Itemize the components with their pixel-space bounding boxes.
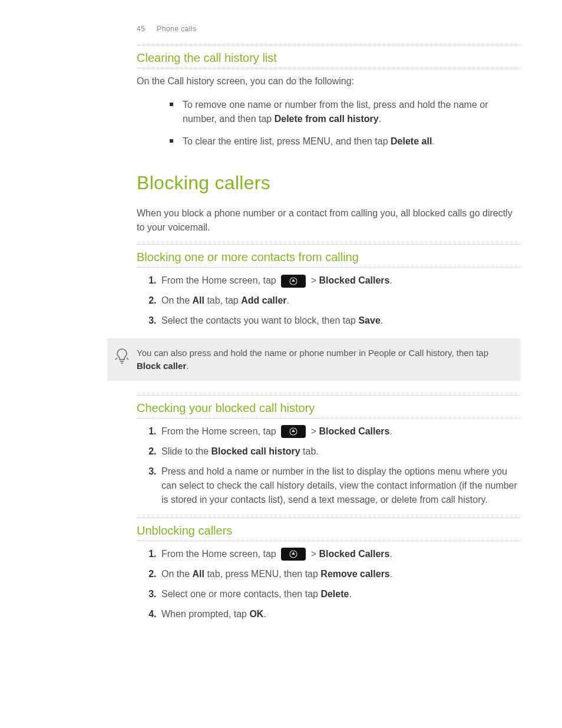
- apps-icon: [281, 425, 306, 438]
- step-item: From the Home screen, tap > Blocked Call…: [159, 547, 521, 561]
- step-item: From the Home screen, tap > Blocked Call…: [159, 274, 521, 288]
- subheading-blocking-contacts: Blocking one or more contacts from calli…: [137, 249, 521, 265]
- apps-icon: [281, 548, 306, 561]
- subheading-checking: Checking your blocked call history: [137, 400, 521, 416]
- clearing-intro: On the Call history screen, you can do t…: [137, 74, 521, 88]
- divider: [137, 244, 521, 245]
- divider: [137, 518, 521, 518]
- step-item: On the All tab, tap Add caller.: [159, 294, 521, 308]
- content-column: 45 Phone calls Clearing the call history…: [137, 24, 521, 621]
- step-item: When prompted, tap OK.: [159, 607, 521, 621]
- lightbulb-icon: [115, 348, 129, 370]
- step-item: Select one or more contacts, then tap De…: [159, 587, 521, 601]
- svg-line-4: [127, 358, 128, 360]
- step-item: Press and hold a name or number in the l…: [159, 465, 521, 507]
- unblocking-steps: From the Home screen, tap > Blocked Call…: [147, 547, 521, 621]
- checking-steps: From the Home screen, tap > Blocked Call…: [147, 424, 521, 507]
- heading-blocking-callers: Blocking callers: [137, 169, 521, 197]
- tip-icon-wrap: [107, 347, 137, 370]
- tip-box: You can also press and hold the name or …: [107, 338, 521, 381]
- divider: [137, 541, 521, 541]
- apps-icon: [281, 275, 306, 288]
- divider: [137, 418, 521, 419]
- bullet-item: To remove one name or number from the li…: [166, 98, 521, 126]
- svg-line-3: [115, 358, 117, 360]
- section-name: Phone calls: [157, 25, 197, 33]
- page: 45 Phone calls Clearing the call history…: [0, 0, 562, 728]
- step-item: Select the contacts you want to block, t…: [159, 314, 521, 328]
- bullet-item: To clear the entire list, press MENU, an…: [166, 134, 521, 149]
- clearing-bullet-list: To remove one name or number from the li…: [166, 98, 521, 149]
- divider: [137, 45, 521, 45]
- page-number: 45: [137, 25, 145, 33]
- step-item: Slide to the Blocked call history tab.: [159, 444, 521, 459]
- divider: [137, 267, 521, 268]
- divider: [137, 395, 521, 396]
- step-item: From the Home screen, tap > Blocked Call…: [159, 424, 521, 439]
- blocking-intro: When you block a phone number or a conta…: [137, 206, 521, 235]
- tip-text: You can also press and hold the name or …: [137, 347, 510, 373]
- step-item: On the All tab, press MENU, then tap Rem…: [159, 567, 521, 581]
- subheading-clearing: Clearing the call history list: [137, 50, 521, 65]
- page-header: 45 Phone calls: [137, 24, 521, 34]
- blocking-steps: From the Home screen, tap > Blocked Call…: [147, 274, 521, 328]
- subheading-unblocking: Unblocking callers: [137, 523, 521, 538]
- divider: [137, 68, 521, 68]
